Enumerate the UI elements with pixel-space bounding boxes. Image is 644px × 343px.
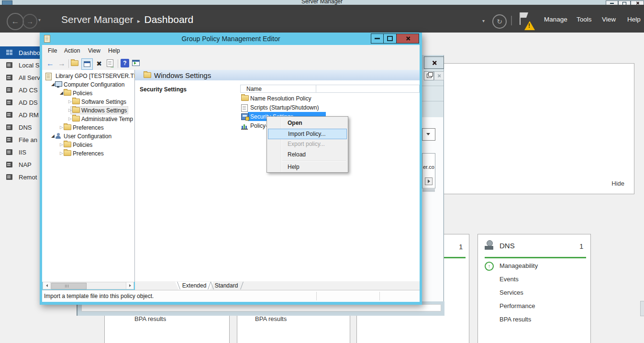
tree-item-administrative-temp[interactable]: ▷Administrative Temp (42, 115, 134, 123)
tree-item-preferences[interactable]: ▷Preferences (42, 149, 134, 157)
tree-item-label: Administrative Temp (81, 116, 133, 122)
dns-row-services[interactable]: Services (500, 289, 523, 296)
tab-standard[interactable]: Standard (213, 282, 240, 289)
script-icon (241, 104, 248, 112)
gpme-toolbar: ← → ✖ → ? (42, 57, 420, 70)
header-menu-view[interactable]: View (602, 16, 616, 23)
chart-icon (241, 122, 248, 130)
delete-icon[interactable]: ✖ (94, 59, 104, 68)
gpme-menu-view[interactable]: View (88, 47, 100, 54)
tree-collapsed-icon[interactable]: ▷ (68, 116, 72, 121)
tree-item-software-settings[interactable]: ▷Software Settings (42, 98, 134, 106)
dns-row-performance[interactable]: Performance (500, 302, 535, 310)
gpmc-combobox-fragment[interactable] (422, 128, 435, 141)
header-menus: ManageToolsViewHelp (0, 16, 644, 25)
show-console-tree-icon[interactable] (81, 58, 93, 70)
tree-collapsed-icon[interactable]: ▷ (68, 99, 72, 104)
context-menu-item-reload[interactable]: Reload (268, 150, 347, 160)
gpmc-next-button[interactable] (425, 177, 433, 185)
computer-icon (55, 81, 62, 87)
tree-item-label: User Configuration (64, 133, 111, 140)
gpme-minimize-button[interactable] (371, 33, 384, 44)
folder-icon (64, 142, 71, 147)
list-item-name-resolution-policy[interactable]: Name Resolution Policy (135, 94, 420, 103)
gpmc-window-fragment: er.co (422, 55, 444, 316)
folder-icon (72, 99, 80, 104)
tile-link-bpa-results[interactable]: BPA results (255, 315, 287, 322)
tree-collapsed-icon[interactable]: ▷ (60, 125, 63, 130)
forward-icon[interactable]: → (57, 59, 67, 68)
toolbar-separator (118, 59, 118, 68)
header-menu-manage[interactable]: Manage (544, 16, 567, 23)
os-titlebar: Server Manager (0, 0, 644, 5)
tree-item-library-gpo-testserver-test[interactable]: Library GPO [TESTSERVER.TEST (42, 72, 134, 80)
tree-expanded-icon[interactable]: ◢ (51, 82, 55, 87)
tree-item-preferences[interactable]: ▷Preferences (42, 123, 134, 132)
list-item-label: Name Resolution Policy (250, 95, 311, 102)
folder-icon (64, 90, 71, 96)
scroll-left-icon[interactable] (43, 282, 51, 289)
context-menu-item-open[interactable]: Open (268, 118, 347, 129)
gpmc-listbox-text: er.co (423, 164, 434, 170)
up-one-level-icon[interactable] (71, 60, 78, 66)
gpmc-close-child-button[interactable] (434, 71, 444, 80)
dns-row-manageability[interactable]: Manageability (500, 262, 538, 269)
gpme-statusbar: Import a template file into this policy … (42, 290, 420, 302)
console-window-icon[interactable] (132, 60, 143, 69)
export-list-icon[interactable]: → (106, 59, 115, 69)
dns-row-bpa-results[interactable]: BPA results (500, 316, 531, 323)
context-menu-item-label: Help (288, 164, 300, 170)
list-item-scripts-startup-shutdown-[interactable]: Scripts (Startup/Shutdown) (135, 103, 420, 112)
help-icon[interactable]: ? (121, 59, 129, 67)
tree-item-label: Computer Configuration (64, 81, 124, 88)
tile-link-bpa-results[interactable]: BPA results (134, 315, 166, 322)
tree-item-computer-configuration[interactable]: ◢Computer Configuration (42, 80, 134, 89)
context-menu-items: OpenImport Policy...Export policy...Relo… (267, 117, 348, 172)
gpme-menu-action[interactable]: Action (64, 47, 80, 54)
context-menu-item-help[interactable]: Help (268, 162, 347, 173)
maximize-button[interactable] (618, 0, 631, 5)
tree-item-windows-settings[interactable]: ▷Windows Settings (42, 106, 134, 114)
tab-extended[interactable]: Extended (179, 282, 209, 289)
tree-hscrollbar[interactable] (43, 282, 134, 289)
context-menu-item-label: Import Policy... (288, 131, 325, 137)
minimize-button[interactable] (606, 0, 618, 5)
close-button[interactable] (631, 0, 644, 5)
context-menu: OpenImport Policy...Export policy...Relo… (266, 116, 348, 173)
gpme-menu-file[interactable]: File (48, 47, 57, 54)
context-menu-item-label: Open (288, 120, 302, 126)
server-manager-header: ← → ▾ Server Manager ▸ Dashboard ▾ ↻ Man… (0, 5, 644, 33)
gpme-results-pane: Windows Settings Security Settings Name … (135, 70, 420, 282)
screen: Server Manager ← → ▾ Server Manager ▸ Da… (0, 0, 644, 343)
toolbar-separator (68, 59, 69, 68)
tree-item-policies[interactable]: ◢Policies (42, 89, 134, 97)
context-menu-item-import-policy-[interactable]: Import Policy... (268, 129, 347, 139)
gpmc-close-button[interactable] (424, 56, 444, 69)
dns-row-events[interactable]: Events (500, 276, 519, 283)
tree-item-policies[interactable]: ▷Policies (42, 141, 134, 149)
tree-item-label: Policies (73, 142, 92, 148)
scroll-right-icon[interactable] (126, 282, 133, 289)
tree-collapsed-icon[interactable]: ▷ (60, 151, 63, 155)
main-scrollbar-fragment[interactable] (640, 301, 644, 316)
gpmc-restore-button[interactable] (424, 71, 434, 80)
gpme-menu-help[interactable]: Help (108, 47, 120, 54)
tree-item-user-configuration[interactable]: ◢User Configuration (42, 132, 134, 140)
gpme-titlebar[interactable]: Group Policy Management Editor (40, 33, 422, 45)
tree-item-label: Preferences (73, 150, 104, 157)
tree-expanded-icon[interactable]: ◢ (51, 133, 55, 138)
gpme-close-button[interactable] (396, 33, 419, 44)
gpmc-hscrollbar-fragment[interactable] (422, 189, 435, 192)
gpo-scroll-icon (45, 73, 52, 80)
header-menu-help[interactable]: Help (627, 16, 641, 23)
back-icon[interactable]: ← (45, 59, 55, 68)
os-window-title: Server Manager (0, 0, 644, 5)
user-icon (55, 133, 61, 139)
header-menu-tools[interactable]: Tools (577, 16, 592, 23)
scroll-thumb[interactable] (51, 283, 87, 289)
tree-expanded-icon[interactable]: ◢ (60, 90, 63, 95)
status-text: Import a template file into this policy … (44, 293, 154, 299)
gpme-maximize-button[interactable] (383, 33, 397, 44)
tree-collapsed-icon[interactable]: ▷ (60, 142, 63, 147)
tree-collapsed-icon[interactable]: ▷ (68, 108, 72, 112)
